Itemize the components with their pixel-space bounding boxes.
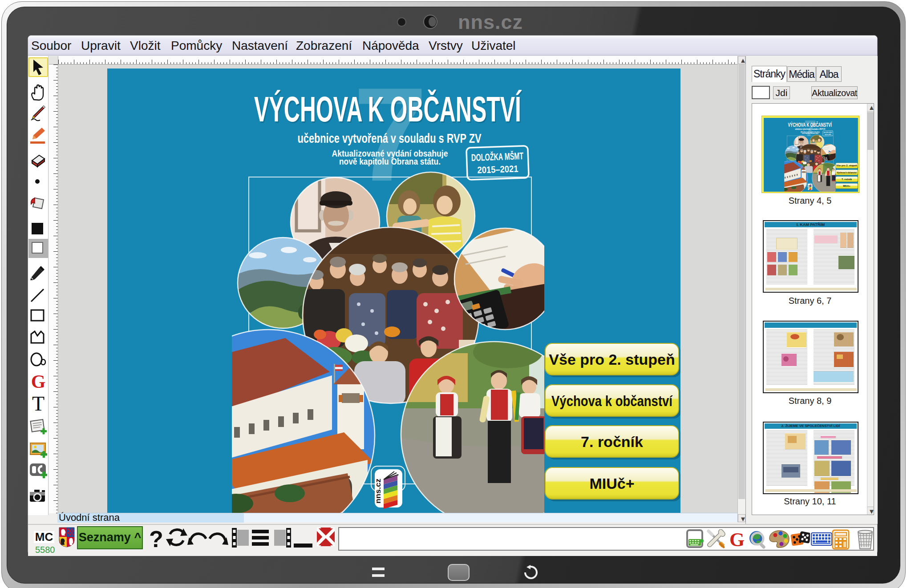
svg-text:G: G	[729, 529, 745, 549]
